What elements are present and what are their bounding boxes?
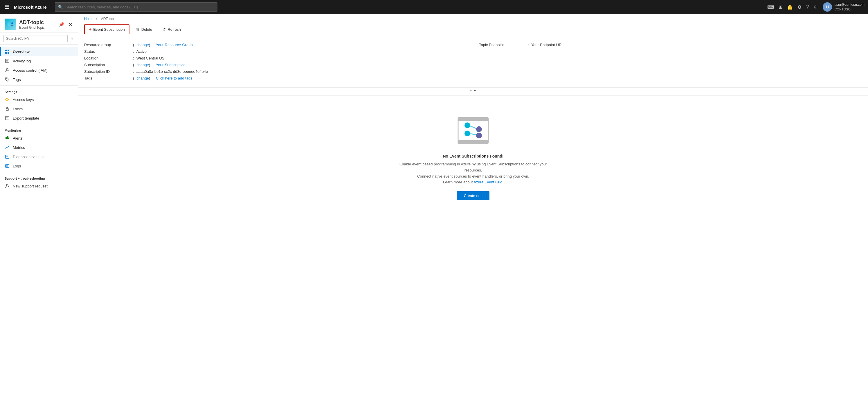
global-search-bar[interactable]: 🔍 <box>55 2 217 11</box>
sidebar-collapse-icon[interactable]: « <box>70 36 74 41</box>
collapse-properties-button[interactable]: ⌃⌃ <box>79 88 868 96</box>
svg-rect-33 <box>458 140 488 143</box>
sidebar-item-diagnostic-settings[interactable]: Diagnostic settings <box>0 152 78 161</box>
content-area: + Event Subscription 🗑 Delete ↺ Refresh <box>79 21 868 419</box>
prop-status: Status : Active <box>84 49 467 54</box>
sidebar-item-tags-label: Tags <box>13 77 21 82</box>
resource-group-link[interactable]: Your-Resource-Group <box>156 43 193 47</box>
refresh-icon: ↺ <box>162 27 166 32</box>
svg-point-30 <box>6 184 8 186</box>
feedback-icon[interactable]: ☺ <box>813 4 818 9</box>
nav-divider-support <box>0 172 78 172</box>
support-request-icon <box>5 183 10 189</box>
toolbar: + Event Subscription 🗑 Delete ↺ Refresh <box>79 21 868 38</box>
svg-rect-7 <box>7 50 9 51</box>
sidebar-search-input[interactable] <box>3 35 68 42</box>
resource-name: ADT-topic <box>19 20 45 26</box>
sidebar-item-iam[interactable]: Access control (IAM) <box>0 66 78 75</box>
empty-desc-line3: Learn more about <box>443 180 473 184</box>
close-button[interactable]: ✕ <box>67 21 73 28</box>
sidebar: ADT-topic Event Grid Topic 📌 ✕ « Overvie… <box>0 14 79 419</box>
sidebar-item-locks-label: Locks <box>13 107 23 111</box>
empty-desc-line1: Enable event based programming in Azure … <box>399 162 547 172</box>
subscription-link[interactable]: Your-Subscription <box>156 63 186 67</box>
event-subscription-button[interactable]: + Event Subscription <box>84 24 129 34</box>
user-email: user@contoso.com <box>834 3 865 7</box>
tags-add-link[interactable]: Click here to add tags <box>156 76 192 80</box>
cloud-shell-icon[interactable]: ⌨ <box>767 4 774 10</box>
svg-point-38 <box>464 131 470 136</box>
support-section-label: Support + troubleshooting <box>0 173 78 181</box>
subscription-id-value: aaaa0a0a-bb1b-cc2c-dd3d-eeeeee4e4e4e <box>136 69 208 74</box>
resource-group-value: Your-Resource-Group <box>156 43 193 47</box>
notifications-icon[interactable]: 🔔 <box>787 4 793 10</box>
sidebar-item-tags[interactable]: Tags <box>0 75 78 84</box>
delete-icon: 🗑 <box>136 27 140 32</box>
sidebar-item-export-template[interactable]: Export template <box>0 114 78 123</box>
sidebar-item-activity-label: Activity log <box>13 59 31 63</box>
logs-icon <box>5 163 10 169</box>
svg-rect-21 <box>5 137 7 139</box>
chevron-up-icon: ⌃⌃ <box>469 89 477 94</box>
help-icon[interactable]: ? <box>806 4 809 9</box>
svg-rect-6 <box>5 50 7 51</box>
svg-rect-8 <box>5 52 7 54</box>
tags-change-link[interactable]: change <box>136 76 149 80</box>
topbar-right: ⌨ ⊞ 🔔 ⚙ ? ☺ U user@contoso.com CONTOSO <box>767 2 865 11</box>
prop-resource-group: Resource group (change) : Your-Resource-… <box>84 43 467 47</box>
app-layout: ADT-topic Event Grid Topic 📌 ✕ « Overvie… <box>0 14 868 419</box>
azure-event-grid-link[interactable]: Azure Event Grid. <box>473 180 503 184</box>
props-left-col: Resource group (change) : Your-Resource-… <box>84 43 467 83</box>
sidebar-item-logs[interactable]: Logs <box>0 161 78 171</box>
svg-rect-10 <box>5 59 9 63</box>
svg-point-40 <box>476 133 482 138</box>
sidebar-item-locks[interactable]: Locks <box>0 104 78 114</box>
refresh-button[interactable]: ↺ Refresh <box>158 26 185 33</box>
sidebar-item-activity-log[interactable]: Activity log <box>0 56 78 66</box>
create-one-button[interactable]: Create one <box>457 191 490 200</box>
tags-value: Click here to add tags <box>156 76 192 80</box>
sidebar-nav: Overview Activity log Access control (IA… <box>0 45 78 414</box>
pin-button[interactable]: 📌 <box>58 21 66 28</box>
sidebar-item-alerts[interactable]: Alerts <box>0 133 78 143</box>
sidebar-item-new-support-request[interactable]: New support request <box>0 181 78 191</box>
global-search-input[interactable] <box>65 5 214 9</box>
avatar: U <box>823 2 832 11</box>
resource-icon <box>5 19 16 30</box>
sidebar-item-overview[interactable]: Overview <box>0 47 78 56</box>
access-keys-icon <box>5 97 10 102</box>
sidebar-item-overview-label: Overview <box>13 50 30 54</box>
sidebar-item-support-label: New support request <box>13 184 48 188</box>
sidebar-item-access-keys[interactable]: Access keys <box>0 95 78 104</box>
tags-label: Tags <box>84 76 131 80</box>
subscription-label: Subscription <box>84 63 131 67</box>
refresh-label: Refresh <box>167 27 181 32</box>
svg-point-37 <box>464 123 470 128</box>
directory-icon[interactable]: ⊞ <box>779 4 782 10</box>
resource-type: Event Grid Topic <box>19 26 45 30</box>
prop-tags: Tags (change) : Click here to add tags <box>84 76 467 80</box>
resource-group-change-link[interactable]: change <box>136 43 149 47</box>
sidebar-item-metrics-label: Metrics <box>13 146 25 150</box>
svg-point-39 <box>476 126 482 132</box>
resource-group-label: Resource group <box>84 43 131 47</box>
status-value: Active <box>136 49 147 54</box>
prop-subscription: Subscription (change) : Your-Subscriptio… <box>84 63 467 67</box>
hamburger-icon[interactable]: ☰ <box>3 3 10 11</box>
user-menu[interactable]: U user@contoso.com CONTOSO <box>823 2 865 11</box>
breadcrumb-home[interactable]: Home <box>84 17 93 21</box>
settings-icon[interactable]: ⚙ <box>798 4 802 10</box>
delete-button[interactable]: 🗑 Delete <box>132 26 156 33</box>
svg-point-4 <box>11 22 13 24</box>
plus-icon: + <box>89 27 91 32</box>
search-icon: 🔍 <box>58 5 63 9</box>
resource-header: ADT-topic Event Grid Topic 📌 ✕ <box>0 14 78 33</box>
sidebar-item-metrics[interactable]: Metrics <box>0 143 78 152</box>
user-org: CONTOSO <box>834 7 865 11</box>
subscription-change-link[interactable]: change <box>136 63 149 67</box>
svg-point-13 <box>6 68 8 70</box>
resource-title-row: ADT-topic Event Grid Topic 📌 ✕ <box>5 19 73 30</box>
main-content: Home > ADT-topic + Event Subscription 🗑 … <box>79 14 868 419</box>
sidebar-item-logs-label: Logs <box>13 164 21 168</box>
breadcrumb: Home > ADT-topic <box>79 14 868 21</box>
